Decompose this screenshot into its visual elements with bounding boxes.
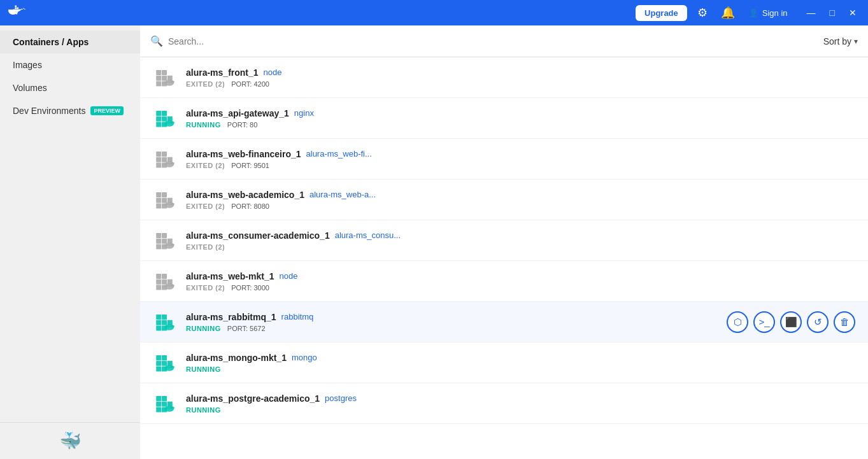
svg-rect-3 <box>156 81 161 86</box>
container-port: PORT: 3000 <box>231 284 269 292</box>
settings-icon[interactable]: ⚙ <box>692 3 713 23</box>
svg-rect-30 <box>156 203 161 208</box>
container-image[interactable]: node <box>280 271 298 281</box>
svg-rect-50 <box>156 274 161 279</box>
container-name: alura-ms_front_1 <box>186 67 259 78</box>
open-cli-button[interactable]: >_ <box>753 311 775 333</box>
svg-rect-0 <box>156 75 161 80</box>
account-icon: 👤 <box>748 8 758 18</box>
list-item[interactable]: alura-ms_api-gateway_1 nginx RUNNING POR… <box>140 98 868 139</box>
svg-rect-48 <box>156 285 161 290</box>
container-name: alura-ms_web-academico_1 <box>186 190 304 200</box>
sort-by-dropdown[interactable]: Sort by ▾ <box>823 36 858 46</box>
container-info: alura-ms_api-gateway_1 nginx RUNNING POR… <box>186 108 855 129</box>
svg-rect-1 <box>162 75 167 80</box>
container-icon <box>153 311 176 334</box>
container-status: EXITED (2) <box>186 80 225 88</box>
list-item[interactable]: alura-ms_web-financeiro_1 alura-ms_web-f… <box>140 139 868 180</box>
list-item[interactable]: alura-ms_postgre-academico_1 postgres RU… <box>140 383 868 424</box>
container-port: PORT: 8080 <box>231 202 269 210</box>
container-icon <box>153 148 176 171</box>
list-item[interactable]: alura-ms_rabbitmq_1 rabbitmq RUNNING POR… <box>140 302 868 342</box>
svg-rect-64 <box>162 360 167 365</box>
container-status: EXITED (2) <box>186 202 225 210</box>
list-item[interactable]: alura-ms_front_1 node EXITED (2) PORT: 4… <box>140 57 868 98</box>
container-image[interactable]: mongo <box>292 353 317 362</box>
minimize-button[interactable]: — <box>803 6 820 19</box>
list-item[interactable]: alura-ms_mongo-mkt_1 mongo RUNNING <box>140 342 868 383</box>
container-name-row: alura-ms_postgre-academico_1 postgres <box>186 393 855 404</box>
docker-footer-icon: 🐳 <box>59 430 82 451</box>
container-status-row: RUNNING PORT: 5672 <box>186 325 727 332</box>
container-info: alura-ms_web-financeiro_1 alura-ms_web-f… <box>186 149 855 169</box>
svg-rect-46 <box>162 279 167 284</box>
list-item[interactable]: alura-ms_web-mkt_1 node EXITED (2) PORT:… <box>140 261 868 302</box>
container-image[interactable]: postgres <box>325 393 357 403</box>
container-status-row: EXITED (2) <box>186 243 855 251</box>
sidebar-item-volumes[interactable]: Volumes <box>0 76 140 99</box>
svg-rect-73 <box>162 401 167 406</box>
svg-rect-18 <box>156 157 161 162</box>
svg-rect-42 <box>162 233 167 238</box>
container-info: alura-ms_web-mkt_1 node EXITED (2) PORT:… <box>186 271 855 292</box>
sidebar-item-containers[interactable]: Containers / Apps <box>0 31 140 53</box>
svg-rect-39 <box>156 244 161 249</box>
svg-rect-78 <box>162 396 167 401</box>
maximize-button[interactable]: □ <box>826 6 839 19</box>
sidebar-label-dev: Dev Environments <box>13 106 85 116</box>
svg-rect-5 <box>156 70 161 75</box>
list-item[interactable]: alura-ms_consumer-academico_1 alura-ms_c… <box>140 220 868 261</box>
delete-button[interactable]: 🗑 <box>834 311 855 333</box>
docker-whale-icon <box>8 4 28 22</box>
notifications-icon[interactable]: 🔔 <box>718 3 738 23</box>
container-name: alura-ms_rabbitmq_1 <box>186 312 276 322</box>
container-image[interactable]: alura-ms_web-a... <box>309 190 376 199</box>
container-icon <box>153 66 176 89</box>
container-status: RUNNING <box>186 121 221 129</box>
docker-logo <box>8 4 28 22</box>
svg-rect-32 <box>156 192 161 197</box>
container-status: RUNNING <box>186 325 221 332</box>
container-name: alura-ms_web-financeiro_1 <box>186 149 301 159</box>
list-item[interactable]: alura-ms_web-academico_1 alura-ms_web-a.… <box>140 180 868 220</box>
container-image[interactable]: alura-ms_consu... <box>335 230 401 240</box>
container-status-row: RUNNING PORT: 80 <box>186 121 855 129</box>
svg-rect-14 <box>156 111 161 116</box>
sidebar-item-dev-environments[interactable]: Dev Environments PREVIEW <box>0 99 140 122</box>
restart-button[interactable]: ↺ <box>807 311 829 333</box>
container-image[interactable]: rabbitmq <box>281 312 314 321</box>
sidebar-item-images[interactable]: Images <box>0 53 140 76</box>
main-layout: Containers / Apps Images Volumes Dev Env… <box>0 25 868 459</box>
container-image[interactable]: node <box>264 67 282 77</box>
svg-rect-15 <box>162 111 167 116</box>
window-controls: — □ ✕ <box>803 6 860 19</box>
container-image[interactable]: nginx <box>294 108 314 118</box>
container-image[interactable]: alura-ms_web-fi... <box>306 149 372 159</box>
open-browser-button[interactable]: ⬡ <box>727 311 748 333</box>
container-name: alura-ms_consumer-academico_1 <box>186 230 330 241</box>
container-port: PORT: 80 <box>227 121 258 129</box>
svg-rect-6 <box>162 70 167 75</box>
preview-badge: PREVIEW <box>90 106 124 115</box>
svg-rect-77 <box>156 396 161 401</box>
container-name: alura-ms_mongo-mkt_1 <box>186 353 287 363</box>
container-status-row: RUNNING <box>186 406 855 414</box>
container-port: PORT: 4200 <box>231 80 269 88</box>
container-icon <box>153 229 176 252</box>
container-list: alura-ms_front_1 node EXITED (2) PORT: 4… <box>140 57 868 459</box>
svg-rect-51 <box>162 274 167 279</box>
container-name-row: alura-ms_rabbitmq_1 rabbitmq <box>186 312 727 322</box>
signin-button[interactable]: 👤 Sign in <box>743 6 793 20</box>
stop-button[interactable]: ⬛ <box>780 311 802 333</box>
container-name-row: alura-ms_front_1 node <box>186 67 855 78</box>
search-input[interactable] <box>168 36 818 46</box>
svg-rect-24 <box>162 152 167 157</box>
close-button[interactable]: ✕ <box>845 6 860 19</box>
svg-rect-69 <box>162 355 167 360</box>
sidebar-label-containers: Containers / Apps <box>13 37 89 47</box>
container-icon <box>153 188 176 211</box>
container-info: alura-ms_consumer-academico_1 alura-ms_c… <box>186 230 855 251</box>
upgrade-button[interactable]: Upgrade <box>636 5 687 21</box>
container-icon <box>153 107 176 130</box>
titlebar-right: Upgrade ⚙ 🔔 👤 Sign in — □ ✕ <box>636 3 860 23</box>
